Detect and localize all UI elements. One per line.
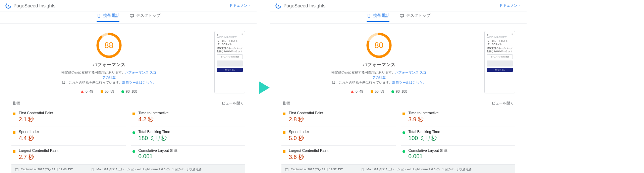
circle-icon	[391, 90, 394, 93]
tab-label: デスクトップ	[136, 13, 160, 18]
mobile-icon	[367, 13, 371, 18]
metric-name: First Contentful Paint	[289, 111, 323, 115]
mobile-icon	[97, 13, 101, 18]
docs-link[interactable]: ドキュメント	[229, 3, 251, 8]
score-gauge: 80	[366, 32, 392, 58]
metric-indicator	[13, 131, 15, 134]
tab-desktop[interactable]: デスクトップ	[129, 13, 160, 22]
metric-value: 4.2 秒	[139, 116, 169, 123]
metric-tbt: Total Blocking Time 180 ミリ秒	[131, 127, 246, 145]
metric-tti: Time to Interactive 4.2 秒	[131, 108, 246, 127]
device-tabs: 携帯電話 デスクトップ	[0, 11, 257, 24]
brand[interactable]: PageSpeed Insights	[5, 3, 55, 9]
tab-mobile[interactable]: 携帯電話	[97, 13, 119, 22]
perf-desc: 推定値のため変動する可能性があります。パフォーマンス スコアの計算 は、これらの…	[60, 70, 158, 85]
hamburger-icon: ≡	[241, 33, 243, 36]
metric-indicator	[402, 131, 405, 134]
perf-title: パフォーマンス	[93, 62, 125, 68]
metric-indicator	[132, 131, 135, 134]
triangle-icon	[351, 90, 354, 93]
app-title: PageSpeed Insights	[13, 3, 55, 8]
metric-name: Cumulative Layout Shift	[139, 148, 177, 153]
metric-indicator	[402, 150, 405, 153]
score-block: 88 パフォーマンス 推定値のため変動する可能性があります。パフォーマンス スコ…	[11, 30, 206, 93]
metric-cls: Cumulative Layout Shift 0.001	[401, 145, 516, 164]
page-preview: ◐≡ WEB MARKET コーポレートサイト・LP・ECサイト 成果重視のホー…	[214, 31, 245, 93]
svg-point-1	[8, 5, 9, 6]
metric-name: Time to Interactive	[139, 111, 169, 115]
metric-value: 100 ミリ秒	[409, 134, 440, 142]
score-block: 80 パフォーマンス 推定値のため変動する可能性があります。パフォーマンス スコ…	[281, 30, 476, 93]
metric-tbt: Total Blocking Time 100 ミリ秒	[401, 127, 516, 145]
svg-rect-12	[368, 14, 370, 17]
metric-indicator	[132, 150, 135, 153]
metric-fcp: First Contentful Paint 2.8 秒	[281, 108, 396, 127]
expand-view-link[interactable]: ビューを開く	[222, 101, 244, 106]
page-preview: ◐≡ WEB MARKET コーポレートサイト・LP・ECサイト 成果重視のホー…	[484, 31, 515, 93]
metric-si: Speed Index 4.4 秒	[11, 127, 126, 145]
reload-icon	[166, 168, 170, 172]
expand-view-link[interactable]: ビューを開く	[492, 101, 514, 106]
app-title: PageSpeed Insights	[283, 3, 325, 8]
metric-value: 0.001	[409, 153, 447, 160]
svg-rect-7	[92, 168, 93, 171]
metric-value: 2.7 秒	[19, 153, 58, 161]
metric-value: 2.8 秒	[289, 116, 323, 123]
metric-value: 5.0 秒	[289, 134, 310, 142]
svg-rect-3	[130, 14, 133, 16]
device-icon	[91, 168, 95, 172]
metric-indicator	[13, 150, 15, 153]
metric-indicator	[132, 113, 135, 115]
metric-name: Total Blocking Time	[139, 130, 170, 134]
tab-mobile[interactable]: 携帯電話	[367, 13, 389, 22]
tab-desktop[interactable]: デスクトップ	[399, 13, 430, 22]
metric-name: Largest Contentful Paint	[289, 148, 328, 153]
metric-si: Speed Index 5.0 秒	[281, 127, 396, 145]
device-icon	[361, 168, 365, 172]
metric-name: Speed Index	[289, 130, 310, 134]
score-gauge: 88	[96, 32, 122, 58]
desktop-icon	[399, 13, 404, 18]
reload-icon	[436, 168, 440, 172]
metric-indicator	[13, 113, 15, 115]
svg-rect-16	[285, 168, 288, 171]
metric-name: First Contentful Paint	[19, 111, 53, 115]
app-header: PageSpeed Insights ドキュメント	[0, 0, 257, 11]
brand[interactable]: PageSpeed Insights	[275, 3, 325, 9]
triangle-icon	[80, 90, 84, 93]
metric-indicator	[283, 131, 285, 134]
metrics-grid: First Contentful Paint 2.8 秒 Time to Int…	[281, 108, 515, 164]
perf-desc: 推定値のため変動する可能性があります。パフォーマンス スコアの計算 は、これらの…	[330, 70, 428, 85]
hamburger-icon: ≡	[512, 33, 513, 36]
device-tabs: 携帯電話 デスクトップ	[270, 11, 527, 24]
metric-value: 180 ミリ秒	[139, 134, 170, 142]
metrics-label: 指標	[283, 101, 290, 106]
environment-info: Captured at 2023年3月11日 19:37 JST Moto G4…	[281, 164, 515, 173]
metric-indicator	[283, 113, 285, 115]
score-value: 80	[366, 32, 392, 58]
svg-marker-20	[259, 81, 270, 94]
metric-name: Speed Index	[19, 130, 40, 134]
score-value: 88	[96, 32, 122, 58]
metric-cls: Cumulative Layout Shift 0.001	[131, 145, 246, 164]
metric-name: Time to Interactive	[409, 111, 439, 115]
metric-tti: Time to Interactive 3.9 秒	[401, 108, 516, 127]
app-header: PageSpeed Insights ドキュメント	[270, 0, 527, 11]
metric-value: 4.4 秒	[19, 134, 40, 142]
docs-link[interactable]: ドキュメント	[499, 3, 521, 8]
metric-fcp: First Contentful Paint 2.1 秒	[11, 108, 126, 127]
perf-tool-link[interactable]: 計算ツールはこちら。	[392, 81, 426, 84]
square-icon	[371, 90, 373, 93]
environment-info: Captured at 2023年3月12日 12:46 JST Moto G4…	[11, 164, 245, 173]
svg-rect-17	[362, 168, 363, 171]
svg-rect-13	[400, 14, 404, 16]
comparison-arrow-icon	[259, 81, 270, 94]
tab-label: デスクトップ	[406, 13, 430, 18]
calendar-icon	[15, 168, 19, 172]
svg-rect-2	[98, 14, 100, 17]
svg-rect-6	[15, 168, 18, 171]
metrics-grid: First Contentful Paint 2.1 秒 Time to Int…	[11, 108, 245, 164]
metric-name: Largest Contentful Paint	[19, 148, 58, 153]
circle-icon	[121, 90, 124, 93]
perf-tool-link[interactable]: 計算ツールはこちら。	[122, 81, 156, 84]
